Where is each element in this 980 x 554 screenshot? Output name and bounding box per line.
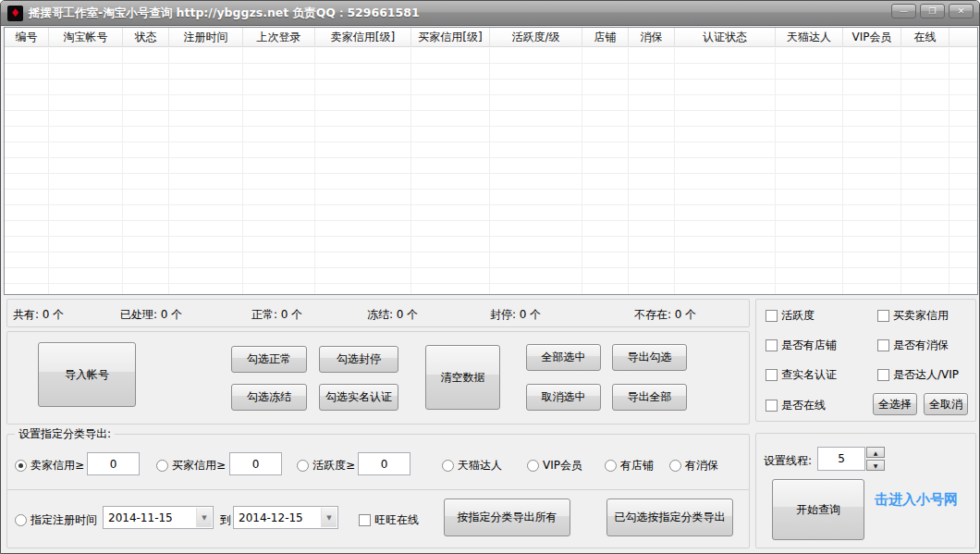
maximize-button[interactable]: ❐ (920, 4, 945, 18)
thread-label: 设置线程: (764, 453, 812, 469)
radio-reg-time[interactable]: 指定注册时间 (15, 512, 97, 528)
table-gridline (900, 48, 901, 294)
thread-count-input[interactable]: 5 (817, 447, 865, 471)
start-query-button[interactable]: 开始查询 (772, 479, 864, 540)
table-gridline (489, 48, 490, 294)
checkbox-is-online[interactable]: 是否在线 (766, 398, 826, 413)
filter-deselect-all-button[interactable]: 全取消 (924, 393, 968, 415)
activity-input[interactable]: 0 (358, 452, 410, 475)
column-header-online[interactable]: 在线 (901, 28, 949, 46)
export-groupbox: 设置指定分类导出: 卖家信用≥ 0 买家信用≥ 0 活跃度≥ 0 天猫达人 VI… (6, 434, 750, 548)
column-header-tmall[interactable]: 天猫达人 (776, 28, 843, 46)
export-checked-by-filter-button[interactable]: 已勾选按指定分类导出 (606, 499, 733, 536)
radio-has-insurance[interactable]: 有消保 (669, 458, 718, 474)
table-gridline (242, 48, 243, 294)
radio-icon[interactable] (442, 460, 454, 472)
column-header-shop[interactable]: 店铺 (582, 28, 629, 46)
column-header-regtime[interactable]: 注册时间 (169, 28, 243, 46)
spin-down-icon[interactable]: ▼ (866, 460, 885, 471)
column-header-lastlogin[interactable]: 上次登录 (243, 28, 315, 46)
checkbox-icon[interactable] (766, 310, 778, 322)
check-verified-button[interactable]: 勾选实名认证 (319, 384, 398, 411)
column-header-activity[interactable]: 活跃度/级 (490, 28, 582, 46)
app-window: ♦ 摇摆哥工作室-淘宝小号查询 http://ybggzs.net 负责QQ：5… (0, 0, 980, 554)
table-gridline (842, 48, 843, 294)
deselect-all-button[interactable]: 取消选中 (526, 384, 601, 411)
radio-seller-credit[interactable]: 卖家信用≥ (15, 458, 84, 474)
filter-select-all-button[interactable]: 全选择 (873, 393, 917, 415)
import-accounts-button[interactable]: 导入帐号 (38, 342, 136, 407)
chevron-down-icon[interactable]: ▼ (321, 508, 337, 527)
seller-credit-input[interactable]: 0 (87, 452, 140, 475)
radio-icon[interactable] (156, 460, 168, 472)
status-normal: 正常: 0 个 (251, 307, 302, 323)
table-gridline (410, 48, 411, 294)
status-total: 共有: 0 个 (13, 307, 64, 323)
column-header-vip[interactable]: VIP会员 (843, 28, 901, 46)
checkbox-icon[interactable] (877, 339, 889, 351)
close-button[interactable]: ✕ (949, 4, 974, 18)
status-processed: 已处理: 0 个 (120, 307, 182, 323)
checkbox-icon[interactable] (766, 369, 778, 381)
date-from-dropdown[interactable]: 2014-11-15 ▼ (103, 506, 214, 529)
export-all-button[interactable]: 导出全部 (612, 384, 687, 411)
select-all-button[interactable]: 全部选中 (526, 344, 601, 371)
checkbox-icon[interactable] (877, 310, 889, 322)
checkbox-wangwang-online[interactable]: 旺旺在线 (359, 512, 419, 528)
checkbox-credit[interactable]: 买卖家信用 (877, 308, 949, 324)
export-by-filter-button[interactable]: 按指定分类导出所有 (444, 499, 570, 536)
check-normal-button[interactable]: 勾选正常 (231, 346, 307, 373)
status-frozen: 冻结: 0 个 (367, 307, 418, 323)
radio-icon-selected[interactable] (15, 460, 27, 472)
radio-activity[interactable]: 活跃度≥ (297, 458, 355, 474)
divider (7, 489, 749, 490)
buyer-credit-input[interactable]: 0 (229, 452, 282, 475)
checkbox-icon[interactable] (766, 400, 778, 412)
radio-tmall-talent[interactable]: 天猫达人 (442, 458, 502, 474)
radio-icon[interactable] (527, 460, 539, 472)
filter-panel: 活跃度 买卖家信用 是否有店铺 是否有消保 查实名认证 是否达人/VIP 是否在… (755, 299, 976, 422)
action-panel: 导入帐号 勾选正常 勾选封停 勾选冻结 勾选实名认证 清空数据 全部选中 取消选… (6, 331, 750, 425)
table-gridline (314, 48, 315, 294)
radio-icon[interactable] (297, 460, 309, 472)
check-banned-button[interactable]: 勾选封停 (319, 346, 398, 373)
checkbox-icon[interactable] (766, 339, 778, 351)
column-header-account[interactable]: 淘宝帐号 (49, 28, 123, 46)
chevron-down-icon[interactable]: ▼ (196, 508, 212, 527)
minimize-button[interactable]: — (891, 4, 916, 18)
column-header-status[interactable]: 状态 (123, 28, 169, 46)
checkbox-icon[interactable] (877, 369, 889, 381)
checkbox-has-insurance[interactable]: 是否有消保 (877, 338, 949, 353)
table-gridline (582, 48, 582, 294)
radio-icon[interactable] (605, 460, 617, 472)
radio-icon[interactable] (669, 460, 681, 472)
enter-site-link[interactable]: 击进入小号网 (875, 491, 958, 509)
to-label: 到 (220, 512, 231, 528)
account-table: 编号 淘宝帐号 状态 注册时间 上次登录 卖家信用[级] 买家信用[级] 活跃度… (4, 27, 978, 295)
checkbox-icon[interactable] (359, 514, 371, 526)
table-gridline (628, 48, 629, 294)
check-frozen-button[interactable]: 勾选冻结 (231, 384, 307, 411)
column-header-buyer-credit[interactable]: 买家信用[级] (411, 28, 490, 46)
radio-vip-member[interactable]: VIP会员 (527, 458, 582, 474)
checkbox-activity[interactable]: 活跃度 (766, 308, 815, 324)
column-header-id[interactable]: 编号 (5, 28, 49, 46)
status-panel: 共有: 0 个 已处理: 0 个 正常: 0 个 冻结: 0 个 封停: 0 个… (6, 299, 750, 327)
checkbox-has-shop[interactable]: 是否有店铺 (766, 338, 837, 353)
column-header-verify[interactable]: 认证状态 (675, 28, 776, 46)
table-gridline (775, 48, 776, 294)
checkbox-talent-vip[interactable]: 是否达人/VIP (877, 367, 959, 383)
export-checked-button[interactable]: 导出勾选 (612, 344, 687, 371)
spin-up-icon[interactable]: ▲ (866, 447, 885, 458)
status-banned: 封停: 0 个 (490, 307, 541, 323)
checkbox-verify-name[interactable]: 查实名认证 (766, 367, 837, 383)
column-header-seller-credit[interactable]: 卖家信用[级] (315, 28, 411, 46)
column-header-insurance[interactable]: 消保 (629, 28, 675, 46)
date-to-dropdown[interactable]: 2014-12-15 ▼ (233, 506, 338, 529)
radio-buyer-credit[interactable]: 买家信用≥ (156, 458, 226, 474)
table-header: 编号 淘宝帐号 状态 注册时间 上次登录 卖家信用[级] 买家信用[级] 活跃度… (5, 28, 977, 47)
radio-icon[interactable] (15, 514, 27, 526)
radio-has-shop[interactable]: 有店铺 (605, 458, 654, 474)
clear-data-button[interactable]: 清空数据 (425, 345, 500, 410)
table-body (5, 48, 977, 294)
